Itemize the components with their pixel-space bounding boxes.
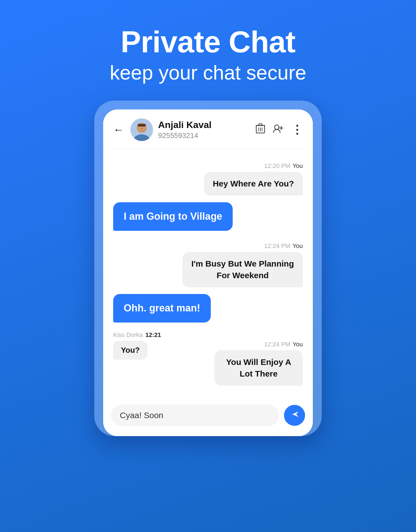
chat-screen: ← Anjali Kaval 9255593214: [103, 109, 313, 436]
svg-rect-9: [259, 124, 262, 126]
svg-point-13: [275, 125, 279, 129]
message-bubble-6: You Will Enjoy A Lot There: [214, 350, 303, 386]
sender-label-6: You: [293, 341, 303, 348]
delete-icon[interactable]: [256, 123, 265, 136]
message-bubble-3: I'm Busy But We PlanningFor Weekend: [182, 252, 303, 287]
timestamp-row-3: 12:24 PM You: [113, 242, 303, 250]
message-text-4: Ohh. great man!: [124, 302, 200, 315]
chat-messages: 12:20 PM You Hey Where Are You? I am Goi…: [103, 149, 313, 398]
timestamp-1: 12:20 PM: [264, 162, 290, 170]
avatar: [130, 118, 153, 141]
chat-header: ← Anjali Kaval 9255593214: [103, 109, 313, 149]
message-text-2: I am Going to Village: [124, 210, 222, 223]
kiss-dorka-time: 12:21: [145, 331, 161, 339]
more-options-icon[interactable]: ⋮: [291, 124, 303, 135]
sender-label-1: You: [293, 162, 303, 170]
timestamp-6: 12:24 PM: [264, 341, 290, 348]
back-button[interactable]: ←: [113, 124, 124, 136]
message-text-6: You Will Enjoy A Lot There: [223, 356, 294, 380]
timestamp-row-1: 12:20 PM You: [113, 162, 303, 170]
message-bubble-1: Hey Where Are You?: [204, 172, 303, 196]
page-title: Private Chat: [110, 25, 306, 58]
contact-name: Anjali Kaval: [158, 119, 251, 130]
timestamp-3: 12:24 PM: [264, 242, 290, 250]
add-contact-icon[interactable]: [273, 124, 283, 135]
send-icon: [291, 410, 300, 421]
contact-info: Anjali Kaval 9255593214: [158, 119, 251, 140]
message-bubble-4: Ohh. great man!: [113, 294, 211, 323]
sender-label-3: You: [293, 242, 303, 250]
send-button[interactable]: [284, 405, 305, 426]
message-bubble-5: You?: [113, 341, 148, 360]
message-text-5: You?: [121, 346, 140, 355]
header-actions: ⋮: [256, 123, 303, 136]
page-subtitle: keep your chat secure: [110, 61, 306, 84]
kiss-dorka-row: Kiss Dorka 12:21: [113, 331, 303, 339]
input-bar: [103, 398, 313, 436]
message-text-3: I'm Busy But We PlanningFor Weekend: [191, 258, 294, 281]
message-bubble-2: I am Going to Village: [113, 202, 233, 231]
message-input[interactable]: [111, 405, 279, 426]
message-text-1: Hey Where Are You?: [213, 178, 294, 190]
timestamp-row-6: 12:24 PM You: [264, 341, 303, 348]
phone-mockup: ← Anjali Kaval 9255593214: [94, 101, 322, 436]
contact-phone: 9255593214: [158, 131, 251, 140]
svg-rect-6: [138, 124, 146, 127]
kiss-dorka-name: Kiss Dorka: [113, 331, 143, 339]
